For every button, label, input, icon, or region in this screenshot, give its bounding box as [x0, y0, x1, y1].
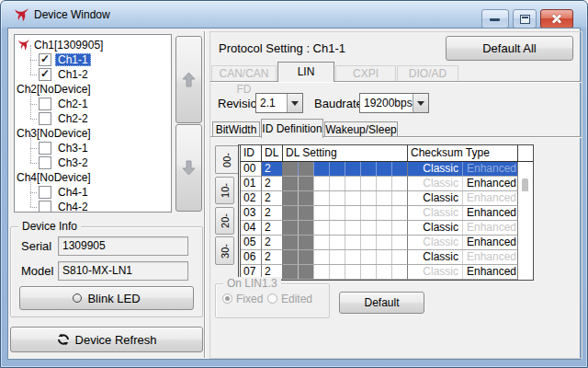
cell-dl[interactable]: 2	[262, 250, 283, 265]
device-refresh-button[interactable]: Device Refresh	[10, 327, 203, 352]
checksum-option-enhanced[interactable]: Enhanced	[463, 162, 517, 176]
baudrate-dropdown[interactable]: 19200bps	[359, 93, 429, 113]
model-field[interactable]: S810-MX-LN1	[58, 261, 188, 281]
dl-bit-cell-4[interactable]	[345, 221, 361, 235]
dl-bit-cell-3[interactable]	[330, 177, 345, 190]
tree-item-ch1-1[interactable]: Ch1-1	[15, 52, 171, 67]
dl-bit-cell-2[interactable]	[314, 221, 330, 235]
checksum-option-enhanced[interactable]: Enhanced	[463, 236, 517, 249]
channel-tree[interactable]: Ch1[1309905]Ch1-1Ch1-2Ch2[NoDevice]Ch2-1…	[14, 34, 172, 213]
cell-dl[interactable]: 2	[262, 162, 283, 177]
dl-bit-cell-7[interactable]	[392, 265, 407, 279]
dl-bit-cell-7[interactable]	[392, 191, 407, 205]
id-row-02[interactable]: 022ClassicEnhanced	[241, 191, 533, 206]
dl-bit-cell-2[interactable]	[314, 236, 330, 249]
dl-bit-cell-3[interactable]	[330, 236, 345, 249]
dl-bit-cell-6[interactable]	[377, 191, 392, 205]
tree-item-label[interactable]: Ch4[NoDevice]	[17, 171, 91, 184]
dl-bit-cell-0[interactable]	[283, 236, 299, 249]
cell-id[interactable]: 02	[241, 191, 262, 206]
cell-dl[interactable]: 2	[262, 191, 283, 206]
id-row-05[interactable]: 052ClassicEnhanced	[241, 236, 533, 250]
checksum-option-classic[interactable]: Classic	[408, 250, 463, 264]
id-group-tab-10[interactable]: 10-	[215, 177, 234, 204]
dl-bit-cell-3[interactable]	[330, 221, 345, 235]
id-group-tab-00[interactable]: 00-	[215, 145, 238, 174]
id-row-06[interactable]: 062ClassicEnhanced	[241, 250, 533, 265]
tree-item-ch4-1[interactable]: Ch4-1	[15, 185, 171, 200]
dl-bit-cell-4[interactable]	[345, 177, 361, 190]
id-row-03[interactable]: 032ClassicEnhanced	[241, 206, 533, 221]
tree-item-ch4-2[interactable]: Ch4-2	[15, 200, 171, 213]
checksum-option-classic[interactable]: Classic	[408, 162, 463, 176]
revision-dropdown-button[interactable]	[287, 94, 302, 112]
revision-dropdown[interactable]: 2.1	[255, 93, 303, 113]
dl-bit-cell-1[interactable]	[299, 250, 314, 264]
dl-bit-cell-5[interactable]	[361, 191, 377, 205]
table-scrollbar-track[interactable]	[518, 162, 533, 177]
dl-bit-cell-5[interactable]	[361, 177, 377, 190]
dl-bit-cell-0[interactable]	[283, 221, 299, 235]
dl-bit-cell-2[interactable]	[314, 191, 330, 205]
dl-bit-cell-0[interactable]	[283, 191, 299, 205]
tree-item-label[interactable]: Ch2-2	[55, 112, 91, 125]
dl-bit-cell-6[interactable]	[377, 265, 392, 279]
tree-item-ch2-nodevice[interactable]: Ch2[NoDevice]	[15, 82, 171, 97]
baudrate-dropdown-button[interactable]	[413, 94, 428, 112]
checksum-option-classic[interactable]: Classic	[408, 221, 463, 235]
serial-field[interactable]: 1309905	[58, 236, 188, 256]
cell-id[interactable]: 06	[241, 250, 262, 265]
dl-bit-cell-0[interactable]	[283, 265, 299, 279]
id-definition-table[interactable]: IDDLDL SettingChecksum Type002ClassicEnh…	[238, 144, 534, 281]
dl-bit-cell-7[interactable]	[392, 162, 407, 176]
dl-bit-cell-1[interactable]	[299, 221, 314, 235]
cell-id[interactable]: 05	[241, 236, 262, 250]
tree-item-ch4-nodevice[interactable]: Ch4[NoDevice]	[15, 170, 171, 185]
dl-bit-cell-1[interactable]	[299, 206, 314, 220]
tree-item-label[interactable]: Ch3[NoDevice]	[17, 127, 91, 140]
checksum-option-classic[interactable]: Classic	[408, 236, 463, 249]
subtab-wakeup-sleep[interactable]: Wakeup/Sleep	[324, 121, 398, 137]
tree-item-ch2-2[interactable]: Ch2-2	[15, 111, 171, 126]
dl-bit-cell-4[interactable]	[345, 265, 361, 279]
tree-item-label[interactable]: Ch2[NoDevice]	[17, 83, 91, 96]
checksum-option-enhanced[interactable]: Enhanced	[463, 250, 517, 264]
tree-item-label[interactable]: Ch3-1	[55, 142, 91, 155]
checkbox-ch4-2[interactable]	[39, 201, 51, 213]
id-row-07[interactable]: 072ClassicEnhanced	[241, 265, 533, 280]
checkbox-ch2-2[interactable]	[39, 112, 51, 125]
tree-item-ch3-2[interactable]: Ch3-2	[15, 155, 171, 170]
dl-bit-cell-4[interactable]	[345, 162, 361, 176]
checkbox-ch3-2[interactable]	[39, 156, 51, 169]
dl-bit-cell-2[interactable]	[314, 177, 330, 190]
dl-bit-cell-2[interactable]	[314, 162, 330, 176]
dl-bit-cell-0[interactable]	[283, 177, 299, 190]
maximize-button[interactable]	[513, 9, 537, 29]
dl-bit-cell-6[interactable]	[377, 236, 392, 249]
dl-bit-cell-1[interactable]	[299, 265, 314, 279]
dl-bit-cell-5[interactable]	[361, 250, 377, 264]
dl-bit-cell-7[interactable]	[392, 221, 407, 235]
tree-item-ch1-1309905[interactable]: Ch1[1309905]	[15, 38, 171, 52]
dl-bit-cell-4[interactable]	[345, 206, 361, 220]
dl-bit-cell-5[interactable]	[361, 206, 377, 220]
checksum-option-classic[interactable]: Classic	[408, 177, 463, 190]
dl-bit-cell-5[interactable]	[361, 236, 377, 249]
tree-item-ch3-nodevice[interactable]: Ch3[NoDevice]	[15, 126, 171, 141]
tree-item-label[interactable]: Ch3-2	[55, 156, 91, 169]
dl-bit-cell-5[interactable]	[361, 221, 377, 235]
dl-bit-cell-2[interactable]	[314, 250, 330, 264]
cell-id[interactable]: 04	[241, 221, 262, 236]
tree-item-label[interactable]: Ch4-2	[55, 201, 91, 213]
cell-dl[interactable]: 2	[262, 221, 283, 236]
default-button[interactable]: Default	[339, 292, 424, 314]
table-scrollbar-track[interactable]	[518, 265, 533, 280]
move-down-button[interactable]	[175, 124, 202, 212]
dl-bit-cell-1[interactable]	[299, 191, 314, 205]
checksum-option-enhanced[interactable]: Enhanced	[463, 265, 517, 279]
checksum-option-classic[interactable]: Classic	[408, 206, 463, 220]
id-row-04[interactable]: 042ClassicEnhanced	[241, 221, 533, 236]
dl-bit-cell-6[interactable]	[377, 177, 392, 190]
minimize-button[interactable]	[481, 9, 509, 29]
dl-bit-cell-7[interactable]	[392, 206, 407, 220]
